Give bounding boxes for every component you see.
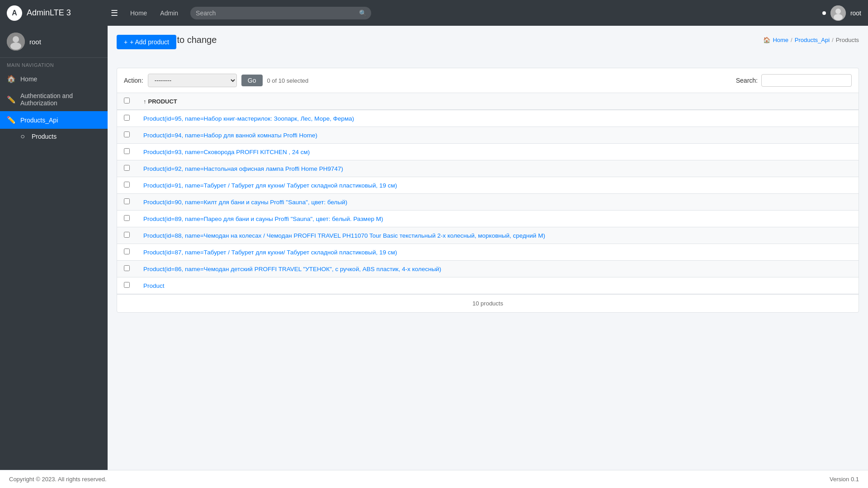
product-cell: Product(id=94, name=Набор для ванной ком… <box>137 127 859 144</box>
products-count: 10 products <box>472 300 503 307</box>
sidebar-item-auth-label: Authentication and Authorization <box>20 92 101 107</box>
row-checkbox[interactable] <box>124 182 130 188</box>
sort-arrow: ↑ <box>143 98 146 105</box>
brand-logo: A <box>7 5 22 21</box>
breadcrumb-current: Products <box>836 37 859 43</box>
product-link[interactable]: Product(id=94, name=Набор для ванной ком… <box>143 132 317 139</box>
product-link[interactable]: Product(id=92, name=Настольная офисная л… <box>143 165 343 172</box>
products-api-icon: ✏️ <box>7 116 16 124</box>
sidebar-item-home[interactable]: 🏠 Home <box>0 70 108 88</box>
header-checkbox-cell <box>117 93 137 110</box>
selected-count: 0 of 10 selected <box>267 77 309 84</box>
content-card: Action: -------- Delete selected product… <box>117 68 859 313</box>
product-link[interactable]: Product <box>143 282 165 289</box>
sidebar-item-home-label: Home <box>20 75 37 83</box>
product-link[interactable]: Product(id=89, name=Парео для бани и сау… <box>143 216 383 222</box>
table-row: Product <box>117 277 859 294</box>
sidebar-toggle-button[interactable]: ☰ <box>106 6 123 20</box>
product-cell: Product(id=87, name=Табурет / Табурет дл… <box>137 244 859 261</box>
row-checkbox[interactable] <box>124 148 130 154</box>
product-cell: Product(id=95, name=Набор книг-мастерило… <box>137 110 859 127</box>
user-avatar <box>830 5 846 21</box>
footer-version: Version 0.1 <box>830 476 859 483</box>
product-cell: Product <box>137 277 859 294</box>
row-checkbox[interactable] <box>124 232 130 238</box>
sidebar-username: root <box>29 38 41 46</box>
search-input[interactable] <box>190 7 371 19</box>
row-checkbox[interactable] <box>124 165 130 171</box>
svg-point-1 <box>835 9 841 14</box>
row-checkbox-cell <box>117 194 137 211</box>
product-link[interactable]: Product(id=90, name=Килт для бани и саун… <box>143 199 347 206</box>
row-checkbox[interactable] <box>124 249 130 254</box>
sort-control[interactable]: ↑ PRODUCT <box>143 98 177 105</box>
add-product-button[interactable]: + + Add product <box>117 35 176 49</box>
row-checkbox[interactable] <box>124 198 130 204</box>
sidebar-nav-label: MAIN NAVIGATION <box>0 58 108 70</box>
breadcrumb-home-link[interactable]: Home <box>773 37 788 43</box>
sidebar-user: root <box>0 26 108 58</box>
row-checkbox[interactable] <box>124 131 130 137</box>
row-checkbox-cell <box>117 160 137 177</box>
row-checkbox[interactable] <box>124 215 130 221</box>
sidebar-avatar <box>7 33 25 51</box>
main-content: + + Add product Select product to change… <box>108 26 868 470</box>
product-cell: Product(id=91, name=Табурет / Табурет дл… <box>137 177 859 194</box>
table-row: Product(id=91, name=Табурет / Табурет дл… <box>117 177 859 194</box>
sidebar-item-auth[interactable]: ✏️ Authentication and Authorization <box>0 88 108 111</box>
product-link[interactable]: Product(id=95, name=Набор книг-мастерило… <box>143 115 354 122</box>
select-all-checkbox[interactable] <box>124 98 130 103</box>
row-checkbox[interactable] <box>124 282 130 288</box>
product-link[interactable]: Product(id=87, name=Табурет / Табурет дл… <box>143 249 397 256</box>
product-cell: Product(id=86, name=Чемодан детский PROF… <box>137 261 859 277</box>
table-row: Product(id=94, name=Набор для ванной ком… <box>117 127 859 144</box>
sidebar-item-products[interactable]: ○ Products <box>0 129 108 144</box>
go-button[interactable]: Go <box>241 75 263 86</box>
svg-point-2 <box>834 14 843 20</box>
svg-point-4 <box>13 36 19 42</box>
product-link[interactable]: Product(id=91, name=Табурет / Табурет дл… <box>143 182 397 189</box>
product-link[interactable]: Product(id=88, name=Чемодан на колесах /… <box>143 232 545 239</box>
row-checkbox-cell <box>117 144 137 160</box>
sidebar-item-products-api[interactable]: ✏️ Products_Api <box>0 111 108 129</box>
svg-point-5 <box>10 42 21 50</box>
brand-name: AdminLTE 3 <box>27 8 71 18</box>
table-row: Product(id=92, name=Настольная офисная л… <box>117 160 859 177</box>
table-search-input[interactable] <box>761 74 852 87</box>
action-bar: Action: -------- Delete selected product… <box>117 68 859 93</box>
page-footer: Copyright © 2023. All rights reserved. V… <box>0 470 868 488</box>
product-cell: Product(id=93, name=Сковорода PROFFI KIT… <box>137 144 859 160</box>
search-label: Search: <box>736 77 758 84</box>
search-icon: 🔍 <box>359 9 367 17</box>
row-checkbox-cell <box>117 244 137 261</box>
navbar-username: root <box>850 9 861 17</box>
table-row: Product(id=93, name=Сковорода PROFFI KIT… <box>117 144 859 160</box>
sidebar: root MAIN NAVIGATION 🏠 Home ✏️ Authentic… <box>0 26 108 470</box>
product-link[interactable]: Product(id=86, name=Чемодан детский PROF… <box>143 266 441 272</box>
product-link[interactable]: Product(id=93, name=Сковорода PROFFI KIT… <box>143 149 310 155</box>
layout: root MAIN NAVIGATION 🏠 Home ✏️ Authentic… <box>0 26 868 470</box>
row-checkbox-cell <box>117 110 137 127</box>
row-checkbox-cell <box>117 211 137 227</box>
row-checkbox[interactable] <box>124 115 130 121</box>
table-footer: 10 products <box>117 294 859 312</box>
breadcrumb: 🏠 Home / Products_Api / Products <box>763 37 859 43</box>
action-select[interactable]: -------- Delete selected products <box>148 74 237 87</box>
search-button[interactable]: 🔍 <box>359 9 367 17</box>
row-checkbox-cell <box>117 277 137 294</box>
navbar-search: 🔍 <box>190 7 371 19</box>
row-checkbox[interactable] <box>124 265 130 271</box>
table-row: Product(id=89, name=Парео для бани и сау… <box>117 211 859 227</box>
breadcrumb-sep-2: / <box>832 37 834 43</box>
breadcrumb-products-api-link[interactable]: Products_Api <box>795 37 830 43</box>
brand: A AdminLTE 3 <box>7 5 97 21</box>
table-row: Product(id=87, name=Табурет / Табурет дл… <box>117 244 859 261</box>
navbar-home-link[interactable]: Home <box>125 6 152 20</box>
auth-icon: ✏️ <box>7 95 16 104</box>
table-row: Product(id=86, name=Чемодан детский PROF… <box>117 261 859 277</box>
col-header-label: PRODUCT <box>148 98 177 105</box>
navbar-admin-link[interactable]: Admin <box>155 6 184 20</box>
product-cell: Product(id=90, name=Килт для бани и саун… <box>137 194 859 211</box>
action-left: Action: -------- Delete selected product… <box>124 74 308 87</box>
navbar: A AdminLTE 3 ☰ Home Admin 🔍 root <box>0 0 868 26</box>
